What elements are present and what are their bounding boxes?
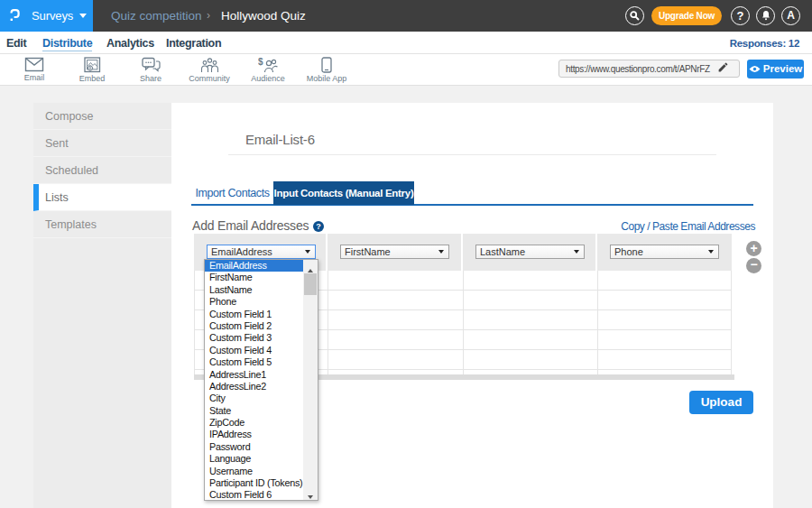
svg-text:$: $ — [258, 57, 263, 67]
